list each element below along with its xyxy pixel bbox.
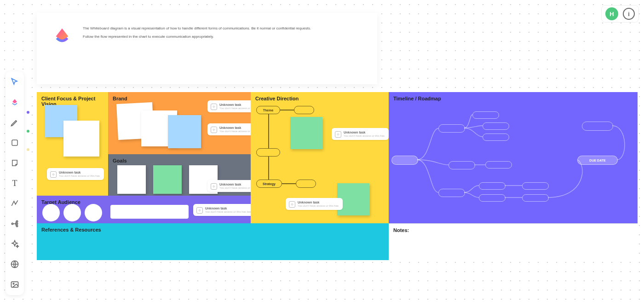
- left-toolbar: T: [6, 71, 24, 295]
- clickup-logo-icon: [52, 26, 73, 47]
- color-dot-green: [27, 130, 29, 133]
- panel-notes[interactable]: Notes:: [389, 223, 638, 260]
- sticky-note[interactable]: [153, 165, 182, 194]
- color-dot-yellow: [27, 148, 29, 151]
- sticky-note[interactable]: [168, 115, 201, 148]
- connector-line: [282, 183, 296, 184]
- panel-goals[interactable]: Goals Unknown task You don't have access…: [108, 154, 251, 196]
- panel-references[interactable]: References & Resources: [37, 223, 389, 260]
- svg-rect-0: [12, 140, 17, 145]
- audience-field[interactable]: [110, 205, 189, 219]
- flow-node[interactable]: [294, 106, 314, 114]
- color-dot-purple: [27, 111, 29, 114]
- panel-title: Creative Direction: [255, 96, 299, 101]
- connector-line: [280, 110, 294, 110]
- panel-client-focus[interactable]: Client Focus & Project Vision Unknown ta…: [37, 92, 108, 196]
- header-card[interactable]: The Whiteboard diagram is a visual repre…: [37, 13, 377, 84]
- node-strategy[interactable]: Strategy: [256, 180, 282, 188]
- task-card[interactable]: Unknown task You don't have access or th…: [332, 128, 389, 140]
- panel-title: Notes:: [393, 227, 409, 233]
- header-line-2: Follow the flow represented in the chart…: [83, 34, 311, 40]
- panel-title: References & Resources: [41, 227, 101, 232]
- svg-point-4: [16, 225, 17, 226]
- panel-timeline[interactable]: Timeline / Roadmap DUE DATE: [389, 92, 638, 223]
- header-line-1: The Whiteboard diagram is a visual repre…: [83, 26, 311, 31]
- connector-line: [268, 114, 269, 148]
- task-card[interactable]: Unknown task You don't have access or th…: [47, 168, 104, 180]
- user-avatar[interactable]: H: [605, 7, 618, 20]
- svg-point-7: [13, 283, 14, 285]
- embed-tool[interactable]: [9, 258, 21, 270]
- svg-point-3: [16, 223, 17, 224]
- audience-circle[interactable]: [85, 204, 102, 221]
- text-tool[interactable]: T: [9, 177, 21, 189]
- clickup-tool[interactable]: [9, 96, 21, 108]
- audience-circle[interactable]: [63, 204, 81, 221]
- panel-target-audience[interactable]: Target Audience Unknown task You don't h…: [37, 196, 251, 223]
- sticky-tool[interactable]: [9, 157, 21, 169]
- svg-point-2: [16, 221, 17, 222]
- panel-creative-direction[interactable]: Creative Direction Theme Unknown task Yo…: [251, 92, 389, 223]
- task-card[interactable]: Unknown task You don't have access or th…: [286, 198, 343, 210]
- roadmap-connectors: [389, 92, 638, 223]
- pen-tool[interactable]: [9, 116, 21, 128]
- connector-line: [268, 157, 269, 180]
- topbar: H i: [602, 6, 638, 22]
- node-theme[interactable]: Theme: [256, 106, 280, 114]
- select-tool[interactable]: [9, 76, 21, 88]
- svg-point-1: [12, 223, 13, 224]
- flow-node[interactable]: [296, 180, 316, 188]
- audience-circle[interactable]: [42, 204, 60, 221]
- whiteboard[interactable]: Client Focus & Project Vision Unknown ta…: [37, 92, 638, 262]
- mindmap-tool[interactable]: [9, 218, 21, 230]
- header-text: The Whiteboard diagram is a visual repre…: [83, 26, 311, 75]
- sticky-note[interactable]: [63, 121, 99, 157]
- sticky-note[interactable]: [290, 117, 322, 149]
- sticky-note[interactable]: [117, 165, 146, 194]
- panel-brand[interactable]: Brand Unknown task You don't have access…: [108, 92, 251, 154]
- image-tool[interactable]: [9, 279, 21, 290]
- connector-tool[interactable]: [9, 197, 21, 209]
- shape-tool[interactable]: [9, 137, 21, 149]
- flow-node[interactable]: [256, 148, 280, 157]
- panel-title: Goals: [113, 158, 127, 163]
- info-icon[interactable]: i: [623, 8, 635, 20]
- ai-tool[interactable]: [9, 238, 21, 250]
- panel-title: Brand: [113, 96, 127, 101]
